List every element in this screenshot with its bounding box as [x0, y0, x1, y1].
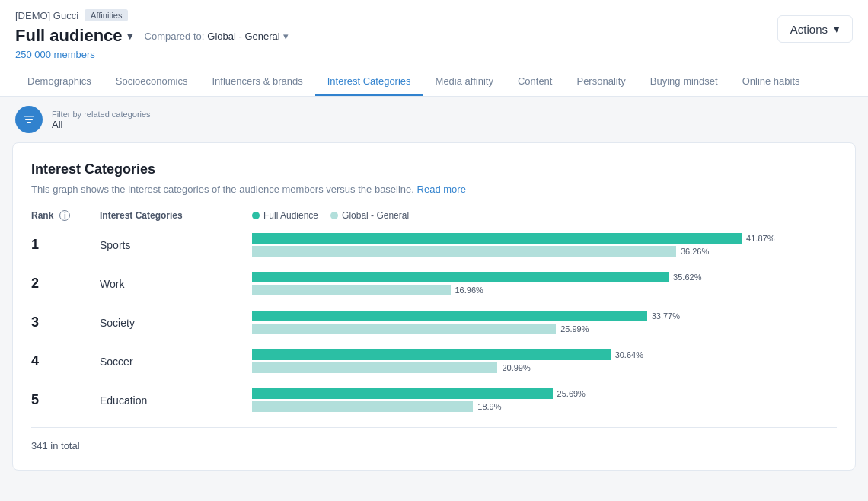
read-more-link[interactable]: Read more	[417, 183, 466, 195]
compared-to-value[interactable]: Global - General	[207, 30, 279, 42]
chart-header: Rank i Interest Categories Full Audience…	[31, 210, 837, 221]
bar-row-global-general: 18.9%	[252, 401, 837, 412]
rank-number: 2	[31, 276, 100, 292]
tab-content[interactable]: Content	[506, 68, 565, 96]
bars-container: 35.62% 16.96%	[252, 272, 837, 295]
filter-row: Filter by related categories All	[0, 97, 868, 142]
bar-global-general	[252, 401, 473, 412]
rank-info-icon[interactable]: i	[59, 210, 70, 221]
compared-to-chevron-icon[interactable]: ▾	[283, 30, 289, 42]
chart-rows-container: 1 Sports 41.87% 36.26% 2 Work 35.62%	[31, 233, 837, 412]
actions-button[interactable]: Actions ▾	[777, 15, 853, 43]
bar-row-full-audience: 41.87%	[252, 233, 837, 244]
total-label: 341 in total	[31, 440, 80, 452]
nav-tabs: Demographics Socioeconomics Influencers …	[15, 68, 853, 96]
bar-label-global-general: 16.96%	[455, 286, 483, 295]
bar-global-general	[252, 324, 556, 334]
card-footer: 341 in total	[31, 427, 837, 452]
rank-number: 5	[31, 392, 100, 408]
filter-icon	[23, 113, 35, 126]
table-row: 5 Education 25.69% 18.9%	[31, 388, 837, 412]
tab-influencers-brands[interactable]: Influencers & brands	[199, 68, 314, 96]
filter-icon-button[interactable]	[15, 106, 43, 133]
rank-number: 4	[31, 353, 100, 369]
svg-rect-0	[24, 116, 34, 117]
bar-row-global-general: 25.99%	[252, 324, 837, 334]
bar-full-audience	[252, 233, 742, 244]
tab-interest-categories[interactable]: Interest Categories	[315, 68, 423, 96]
category-name: Society	[100, 317, 252, 329]
main-card: Interest Categories This graph shows the…	[12, 142, 856, 471]
table-row: 2 Work 35.62% 16.96%	[31, 272, 837, 295]
table-row: 3 Society 33.77% 25.99%	[31, 311, 837, 334]
bars-container: 30.64% 20.99%	[252, 349, 837, 373]
bar-full-audience	[252, 388, 553, 399]
legend-global-general: Global - General	[330, 210, 409, 221]
bar-label-full-audience: 25.69%	[557, 389, 586, 398]
bar-label-global-general: 18.9%	[477, 402, 501, 411]
bar-label-global-general: 25.99%	[560, 324, 589, 333]
bar-row-full-audience: 35.62%	[252, 272, 837, 282]
bar-row-global-general: 16.96%	[252, 285, 837, 295]
bar-label-full-audience: 35.62%	[673, 273, 701, 282]
bar-row-full-audience: 30.64%	[252, 349, 837, 360]
legend-dot-full-audience	[252, 212, 260, 219]
bar-row-global-general: 20.99%	[252, 362, 837, 373]
card-title: Interest Categories	[31, 161, 837, 177]
rank-number: 3	[31, 314, 100, 330]
members-count: 250 000 members	[15, 49, 853, 60]
bar-row-full-audience: 33.77%	[252, 311, 837, 321]
legend-dot-global-general	[330, 212, 338, 219]
bar-label-global-general: 20.99%	[502, 363, 530, 372]
demo-label: [DEMO] Gucci	[15, 10, 78, 21]
actions-chevron-icon: ▾	[834, 22, 840, 36]
tab-buying-mindset[interactable]: Buying mindset	[638, 68, 730, 96]
col-rank-header: Rank i	[31, 210, 100, 221]
bar-label-full-audience: 33.77%	[652, 311, 680, 321]
bar-full-audience	[252, 349, 611, 360]
bar-full-audience	[252, 311, 647, 321]
bar-global-general	[252, 362, 497, 373]
col-chart-legend: Full Audience Global - General	[252, 210, 837, 221]
category-name: Education	[100, 394, 252, 407]
tab-socioeconomics[interactable]: Socioeconomics	[104, 68, 200, 96]
compared-to: Compared to: Global - General ▾	[145, 30, 289, 42]
bars-container: 41.87% 36.26%	[252, 233, 837, 257]
filter-label-group: Filter by related categories All	[52, 110, 151, 130]
tab-online-habits[interactable]: Online habits	[730, 68, 812, 96]
svg-rect-2	[27, 122, 31, 123]
tab-demographics[interactable]: Demographics	[15, 68, 104, 96]
tab-media-affinity[interactable]: Media affinity	[423, 68, 506, 96]
audience-title[interactable]: Full audience ▾	[15, 26, 132, 46]
bar-row-global-general: 36.26%	[252, 246, 837, 257]
bar-full-audience	[252, 272, 669, 282]
bars-container: 25.69% 18.9%	[252, 388, 837, 412]
table-row: 4 Soccer 30.64% 20.99%	[31, 349, 837, 373]
bar-label-full-audience: 41.87%	[746, 234, 774, 243]
filter-by-label: Filter by related categories	[52, 110, 151, 119]
category-name: Work	[100, 278, 252, 290]
svg-rect-1	[25, 119, 33, 120]
category-name: Soccer	[100, 356, 252, 368]
audience-chevron-icon[interactable]: ▾	[127, 30, 132, 42]
col-category-header: Interest Categories	[100, 210, 252, 221]
filter-value: All	[52, 119, 151, 130]
tab-personality[interactable]: Personality	[564, 68, 637, 96]
bar-label-full-audience: 30.64%	[615, 350, 643, 359]
card-description: This graph shows the interest categories…	[31, 183, 837, 195]
affinities-badge: Affinities	[85, 9, 128, 21]
bar-row-full-audience: 25.69%	[252, 388, 837, 399]
table-row: 1 Sports 41.87% 36.26%	[31, 233, 837, 257]
bar-global-general	[252, 246, 676, 257]
bar-label-global-general: 36.26%	[681, 247, 709, 256]
bar-global-general	[252, 285, 451, 295]
legend-full-audience: Full Audience	[252, 210, 318, 221]
bars-container: 33.77% 25.99%	[252, 311, 837, 334]
category-name: Sports	[100, 239, 252, 251]
rank-number: 1	[31, 237, 100, 253]
